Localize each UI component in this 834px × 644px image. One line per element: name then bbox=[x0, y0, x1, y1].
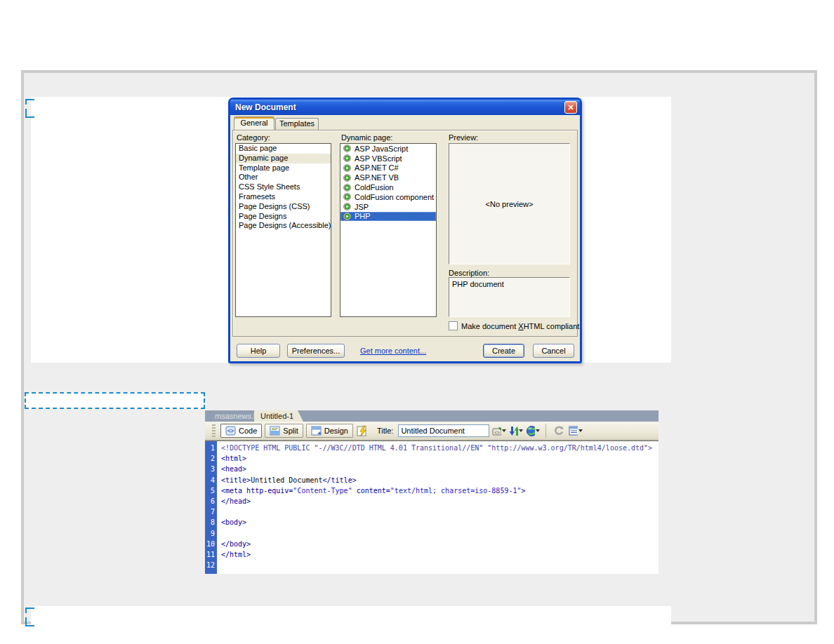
no-preview-text: <No preview> bbox=[486, 200, 534, 208]
code-view-button[interactable]: <> Code bbox=[220, 424, 262, 438]
code-line: </head> bbox=[221, 496, 658, 507]
category-item[interactable]: Page Designs (CSS) bbox=[236, 202, 331, 212]
dynamic-page-label: Dynamic page: bbox=[341, 133, 392, 142]
cancel-button[interactable]: Cancel bbox=[533, 344, 574, 358]
dynamic-page-item[interactable]: PHP bbox=[340, 212, 436, 222]
title-label: Title: bbox=[377, 427, 393, 435]
create-button[interactable]: Create bbox=[483, 344, 524, 358]
line-number: 1 bbox=[205, 443, 215, 453]
check-in-out-button[interactable] bbox=[509, 424, 523, 438]
dynamic-page-icon bbox=[343, 184, 351, 192]
line-number: 8 bbox=[205, 517, 215, 528]
live-data-icon bbox=[357, 425, 369, 437]
dynamic-page-item-label: JSP bbox=[355, 203, 369, 211]
code-line: <meta http-equiv="Content-Type" content=… bbox=[221, 485, 658, 496]
category-item[interactable]: Framesets bbox=[236, 192, 331, 202]
line-number: 10 bbox=[205, 539, 215, 549]
frame-corner-marker-bottom bbox=[25, 608, 35, 627]
code-line bbox=[221, 507, 658, 517]
dynamic-page-item[interactable]: ColdFusion component bbox=[340, 192, 436, 202]
live-data-view-button[interactable] bbox=[356, 424, 370, 438]
dynamic-page-icon bbox=[343, 145, 351, 152]
preview-pane: <No preview> bbox=[449, 143, 570, 264]
dynamic-page-item-label: ColdFusion component bbox=[355, 193, 434, 201]
check-in-out-icon bbox=[509, 425, 518, 437]
file-management-icon: <> bbox=[492, 425, 501, 437]
xhtml-compliant-checkbox[interactable] bbox=[449, 321, 458, 330]
dropdown-caret-icon bbox=[519, 429, 523, 432]
category-item[interactable]: Template page bbox=[236, 163, 331, 173]
code-line: <body> bbox=[221, 517, 658, 528]
dropdown-caret-icon bbox=[578, 429, 583, 432]
bracket-icon bbox=[25, 617, 34, 626]
dynamic-page-icon bbox=[343, 203, 351, 210]
dynamic-page-icon bbox=[343, 213, 351, 220]
view-options-button[interactable] bbox=[569, 424, 583, 438]
line-number: 11 bbox=[205, 549, 215, 560]
code-line bbox=[221, 528, 658, 539]
design-view-icon bbox=[311, 426, 322, 436]
refresh-button[interactable] bbox=[552, 424, 566, 438]
dynamic-page-item-label: ASP.NET C# bbox=[355, 163, 399, 172]
line-number: 7 bbox=[205, 507, 215, 517]
dynamic-page-icon bbox=[343, 174, 351, 182]
view-options-icon bbox=[569, 426, 578, 436]
dynamic-page-item[interactable]: ASP.NET VB bbox=[340, 173, 436, 182]
code-line: <html> bbox=[221, 453, 658, 464]
document-toolbar: <> Code Split Design Title: <> bbox=[205, 422, 658, 441]
design-view-button[interactable]: Design bbox=[306, 424, 353, 438]
dynamic-page-item[interactable]: ASP VBScript bbox=[340, 154, 436, 163]
split-view-button[interactable]: Split bbox=[265, 424, 303, 438]
split-view-icon bbox=[270, 426, 280, 436]
help-button[interactable]: Help bbox=[237, 344, 280, 358]
tab-templates[interactable]: Templates bbox=[275, 118, 319, 130]
line-number: 3 bbox=[205, 464, 215, 474]
preview-in-browser-button[interactable] bbox=[526, 424, 540, 438]
category-item[interactable]: CSS Style Sheets bbox=[236, 182, 331, 192]
empty-text-frame[interactable] bbox=[25, 392, 205, 409]
code-line: </html> bbox=[221, 549, 658, 560]
dynamic-page-item-label: ASP VBScript bbox=[355, 154, 402, 163]
tab-general[interactable]: General bbox=[234, 116, 274, 130]
description-text: PHP document bbox=[452, 280, 504, 288]
line-number: 6 bbox=[205, 496, 215, 507]
code-line bbox=[221, 560, 658, 570]
refresh-icon bbox=[553, 425, 564, 436]
line-number: 9 bbox=[205, 528, 215, 539]
bracket-icon bbox=[25, 109, 34, 118]
dynamic-page-item[interactable]: ASP JavaScript bbox=[340, 144, 436, 154]
document-title-input[interactable] bbox=[398, 424, 489, 437]
dialog-titlebar[interactable]: New Document ✕ bbox=[230, 100, 580, 115]
frame-corner-marker-top bbox=[25, 99, 35, 119]
preferences-button[interactable]: Preferences... bbox=[287, 344, 345, 358]
document-tabbar: msasnews.htm Untitled-1 bbox=[205, 410, 658, 422]
svg-text:<>: <> bbox=[227, 428, 234, 434]
code-view[interactable]: 123456789101112 <!DOCTYPE HTML PUBLIC "-… bbox=[205, 441, 658, 574]
toolbar-grip-handle[interactable] bbox=[212, 424, 216, 437]
file-management-button[interactable]: <> bbox=[492, 424, 506, 438]
dynamic-page-item[interactable]: ColdFusion bbox=[340, 182, 436, 192]
category-item[interactable]: Basic page bbox=[236, 144, 331, 154]
category-item[interactable]: Page Designs (Accessible) bbox=[236, 221, 331, 231]
dynamic-page-item[interactable]: JSP bbox=[340, 202, 436, 212]
code-text-area[interactable]: <!DOCTYPE HTML PUBLIC "-//W3C//DTD HTML … bbox=[217, 441, 658, 574]
close-icon[interactable]: ✕ bbox=[564, 101, 577, 114]
category-item[interactable]: Page Designs bbox=[236, 212, 331, 222]
line-number: 4 bbox=[205, 475, 215, 485]
dialog-title: New Document bbox=[235, 102, 564, 112]
description-pane: PHP document bbox=[449, 277, 570, 317]
dynamic-page-item[interactable]: ASP.NET C# bbox=[340, 163, 436, 173]
category-listbox[interactable]: Basic pageDynamic pageTemplate pageOther… bbox=[235, 143, 331, 317]
dynamic-page-icon bbox=[343, 164, 351, 172]
document-tab-untitled-1[interactable]: Untitled-1 bbox=[254, 410, 303, 422]
category-item[interactable]: Dynamic page bbox=[236, 154, 331, 163]
dynamic-page-icon bbox=[343, 193, 351, 201]
line-number-gutter: 123456789101112 bbox=[205, 441, 217, 574]
get-more-content-link[interactable]: Get more content... bbox=[360, 347, 426, 355]
xhtml-compliant-label: Make document XHTML compliant bbox=[461, 322, 579, 330]
toolbar-separator bbox=[545, 424, 546, 438]
code-line: <title>Untitled Document</title> bbox=[221, 475, 658, 485]
dynamic-page-listbox[interactable]: ASP JavaScriptASP VBScriptASP.NET C#ASP.… bbox=[340, 143, 437, 317]
category-item[interactable]: Other bbox=[236, 173, 331, 182]
preview-label: Preview: bbox=[449, 133, 478, 142]
